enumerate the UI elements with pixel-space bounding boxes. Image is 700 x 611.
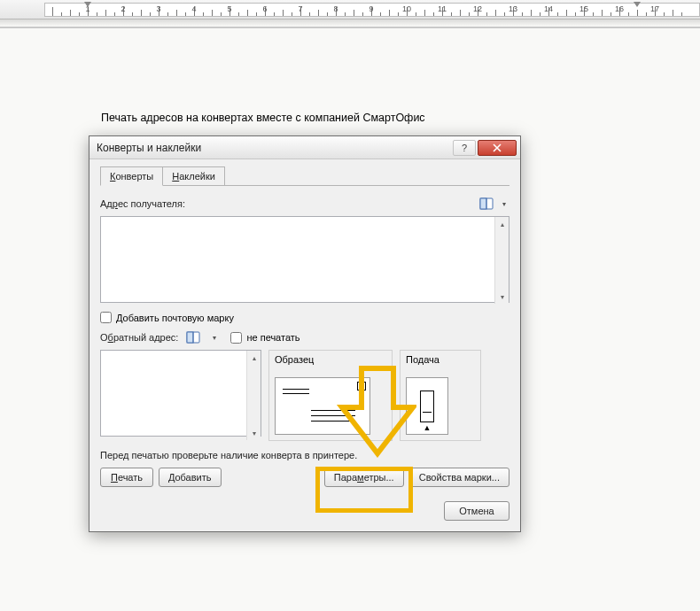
tab-envelopes-rest: онверты xyxy=(115,171,153,182)
print-button[interactable]: Печать xyxy=(100,468,153,487)
return-address-book-dropdown[interactable]: ▾ xyxy=(208,329,220,346)
dialog-title: Конверты и наклейки xyxy=(97,142,451,154)
document-body-text: Печать адресов на конвертах вместе с ком… xyxy=(101,112,425,124)
add-postage-checkbox[interactable]: Добавить почтовую марку xyxy=(100,312,509,323)
scroll-up-icon[interactable]: ▴ xyxy=(495,217,509,231)
omit-return-input[interactable] xyxy=(230,332,242,344)
envelopes-dialog: Конверты и наклейки ? Конверты Наклейки … xyxy=(89,135,521,532)
page-edge xyxy=(0,27,700,28)
cancel-button[interactable]: Отмена xyxy=(444,501,509,521)
sample-panel[interactable]: Образец xyxy=(268,350,393,441)
envelope-sample-icon xyxy=(275,377,370,435)
tab-labels-rest: аклейки xyxy=(179,171,215,182)
add-button[interactable]: Добавить xyxy=(159,468,222,487)
recipient-label: Адрес получателя: xyxy=(100,198,185,209)
tab-envelopes[interactable]: Конверты xyxy=(100,166,163,186)
return-address-input[interactable] xyxy=(100,350,261,437)
close-button[interactable] xyxy=(478,140,517,156)
ruler: 1234567891011121314151617 xyxy=(0,0,700,19)
svg-rect-4 xyxy=(187,332,193,343)
scroll-up-icon[interactable]: ▴ xyxy=(247,351,261,365)
dialog-titlebar: Конверты и наклейки ? xyxy=(89,136,520,159)
address-book-dropdown[interactable]: ▾ xyxy=(498,195,509,213)
omit-return-label: не печатать xyxy=(246,332,299,343)
add-postage-input[interactable] xyxy=(100,312,112,323)
feed-title: Подача xyxy=(406,354,475,365)
return-address-book-icon[interactable] xyxy=(183,329,203,346)
address-book-icon[interactable] xyxy=(477,195,496,213)
svg-rect-1 xyxy=(480,198,486,209)
recipient-address-input[interactable] xyxy=(100,216,509,303)
scroll-down-icon[interactable]: ▾ xyxy=(247,426,261,440)
omit-return-checkbox[interactable]: не печатать xyxy=(230,332,299,344)
stamp-properties-button[interactable]: Свойства марки... xyxy=(409,468,509,487)
add-postage-label: Добавить почтовую марку xyxy=(116,313,234,323)
options-button[interactable]: Параметры... xyxy=(324,468,404,487)
feed-icon: ▲ xyxy=(406,377,448,435)
scrollbar[interactable]: ▴ ▾ xyxy=(494,217,509,304)
scroll-down-icon[interactable]: ▾ xyxy=(495,290,509,304)
scrollbar[interactable]: ▴ ▾ xyxy=(246,351,261,440)
sample-title: Образец xyxy=(275,354,386,365)
tab-labels[interactable]: Наклейки xyxy=(162,166,225,186)
help-button[interactable]: ? xyxy=(453,140,476,156)
feed-panel[interactable]: Подача ▲ xyxy=(400,350,481,441)
return-label: Обратный адрес: xyxy=(100,332,178,343)
printer-hint: Перед печатью проверьте наличие конверта… xyxy=(100,450,509,460)
ruler-shadow xyxy=(0,19,700,27)
tabs: Конверты Наклейки xyxy=(100,166,509,186)
